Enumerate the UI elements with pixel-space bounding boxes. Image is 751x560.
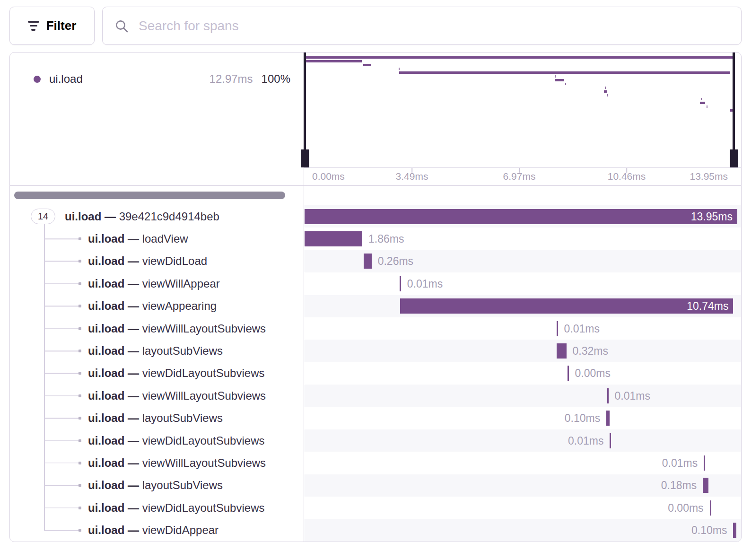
- span-tree-cell[interactable]: ui.load — layoutSubViews: [10, 474, 304, 497]
- span-bar-cell[interactable]: 1.86ms: [304, 228, 741, 250]
- span-label: ui.load — viewWillLayoutSubviews: [88, 322, 266, 335]
- span-bar-cell[interactable]: 0.18ms: [304, 474, 741, 497]
- trace-minimap[interactable]: [304, 52, 741, 168]
- span-bar-track: 1.86ms: [305, 228, 737, 250]
- span-label: ui.load — viewDidLayoutSubviews: [88, 434, 264, 447]
- minimap-right-handle[interactable]: [733, 52, 735, 167]
- span-bar[interactable]: 10.74ms: [400, 298, 733, 314]
- minimap-left-grip[interactable]: [301, 149, 309, 167]
- span-duration-label: 13.95ms: [691, 209, 733, 224]
- scrollbar-row: [10, 185, 741, 205]
- search-input[interactable]: [139, 18, 730, 34]
- span-tree-cell[interactable]: ui.load — viewDidAppear: [10, 519, 304, 541]
- span-op: ui.load —: [88, 254, 139, 267]
- span-bar-cell[interactable]: 0.32ms: [304, 340, 741, 362]
- span-bar-cell[interactable]: 0.01ms: [304, 317, 741, 340]
- span-bar[interactable]: [710, 500, 711, 516]
- tree-hline: [44, 440, 79, 441]
- span-bar-cell[interactable]: 10.74ms: [304, 295, 741, 317]
- span-tree-cell[interactable]: ui.load — viewWillLayoutSubviews: [10, 385, 304, 407]
- span-bar-cell[interactable]: 13.95ms: [304, 205, 741, 228]
- span-bar[interactable]: [606, 411, 610, 426]
- span-tree-cell[interactable]: ui.load — viewDidLayoutSubviews: [10, 362, 304, 385]
- span-tree-cell[interactable]: ui.load — viewWillLayoutSubviews: [10, 317, 304, 340]
- span-tree-cell[interactable]: ui.load — viewWillLayoutSubviews: [10, 452, 304, 474]
- span-op: ui.load —: [88, 367, 139, 379]
- minimap-span-bar: [363, 64, 371, 66]
- span-tree-cell[interactable]: ui.load — layoutSubViews: [10, 407, 304, 429]
- span-bar[interactable]: [568, 366, 569, 381]
- span-bar[interactable]: [400, 276, 401, 291]
- minimap-track: [305, 52, 734, 167]
- span-op: ui.load —: [88, 277, 139, 290]
- span-tree-cell[interactable]: ui.load — viewAppearing: [10, 295, 304, 317]
- tree-hline: [44, 418, 79, 419]
- span-tree-cell[interactable]: ui.load — layoutSubViews: [10, 340, 304, 362]
- scrollbar-thumb[interactable]: [14, 192, 285, 199]
- filter-button-label: Filter: [46, 18, 77, 33]
- span-bar-track: 0.01ms: [305, 385, 737, 407]
- toolbar: Filter: [9, 7, 742, 45]
- span-bar-track: 13.95ms: [305, 205, 737, 228]
- span-bar[interactable]: [557, 321, 558, 336]
- span-tree-cell[interactable]: ui.load — viewDidLayoutSubviews: [10, 429, 304, 452]
- span-bar[interactable]: [305, 231, 362, 246]
- span-search-box[interactable]: [102, 7, 742, 45]
- minimap-left-handle[interactable]: [304, 52, 306, 167]
- span-bar[interactable]: [364, 254, 372, 269]
- span-bar[interactable]: [733, 523, 736, 538]
- span-bar-track: 0.10ms: [305, 407, 737, 429]
- span-bar-cell[interactable]: 0.01ms: [304, 385, 741, 407]
- span-bar-track: 0.26ms: [305, 250, 737, 272]
- span-bar[interactable]: [557, 343, 567, 359]
- span-bar[interactable]: 13.95ms: [305, 209, 737, 224]
- span-bar[interactable]: [703, 478, 708, 493]
- span-bar[interactable]: [704, 455, 705, 471]
- span-bar-cell[interactable]: 0.01ms: [304, 429, 741, 452]
- span-row: 14 ui.load — 39e421c9d4914beb 13.95ms: [10, 205, 741, 228]
- axis-tick-label: 3.49ms: [396, 171, 428, 182]
- span-bar-cell[interactable]: 0.01ms: [304, 452, 741, 474]
- minimap-right-grip[interactable]: [730, 149, 738, 167]
- axis-tick-mark: [411, 168, 412, 173]
- span-op: ui.load —: [88, 456, 139, 469]
- span-duration-label: 0.00ms: [668, 501, 703, 514]
- minimap-span-bar: [565, 83, 566, 85]
- span-bar[interactable]: [610, 433, 611, 448]
- child-count-badge[interactable]: 14: [31, 209, 55, 224]
- span-tree-cell[interactable]: ui.load — viewDidLayoutSubviews: [10, 497, 304, 519]
- span-row: ui.load — viewDidLoad 0.26ms: [10, 250, 741, 272]
- tree-hline: [44, 261, 79, 262]
- span-description: viewAppearing: [139, 299, 217, 312]
- span-bar[interactable]: [607, 388, 609, 403]
- span-bar-cell[interactable]: 0.00ms: [304, 497, 741, 519]
- tree-node-dot: [79, 439, 81, 442]
- span-tree-cell[interactable]: ui.load — viewDidLoad: [10, 250, 304, 272]
- span-bar-track: 0.18ms: [305, 474, 737, 497]
- span-row: ui.load — viewDidLayoutSubviews 0.01ms: [10, 429, 741, 452]
- panel-top: ui.load 12.97ms 100% 0.00ms3.49ms6.97ms1…: [10, 52, 741, 185]
- span-tree-cell[interactable]: 14 ui.load — 39e421c9d4914beb: [10, 205, 304, 228]
- span-op: ui.load —: [65, 210, 116, 223]
- tree-scrollbar[interactable]: [10, 186, 304, 205]
- span-bar-track: 0.01ms: [305, 317, 737, 340]
- time-axis: 0.00ms3.49ms6.97ms10.46ms13.95ms: [304, 168, 741, 186]
- span-rows: 14 ui.load — 39e421c9d4914beb 13.95ms ui…: [10, 205, 741, 542]
- axis-tick-mark: [626, 168, 627, 173]
- filter-button[interactable]: Filter: [9, 7, 95, 45]
- span-bar-cell[interactable]: 0.10ms: [304, 407, 741, 429]
- span-label: ui.load — viewWillLayoutSubviews: [88, 456, 266, 470]
- span-row: ui.load — viewDidLayoutSubviews 0.00ms: [10, 497, 741, 519]
- span-label: ui.load — layoutSubViews: [88, 411, 223, 425]
- span-bar-cell[interactable]: 0.10ms: [304, 519, 741, 541]
- span-bar-cell[interactable]: 0.00ms: [304, 362, 741, 385]
- span-tree-cell[interactable]: ui.load — viewWillAppear: [10, 272, 304, 295]
- span-tree-cell[interactable]: ui.load — loadView: [10, 228, 304, 250]
- span-bar-cell[interactable]: 0.01ms: [304, 272, 741, 295]
- span-label: ui.load — viewDidLayoutSubviews: [88, 367, 264, 380]
- span-bar-track: 0.01ms: [305, 272, 737, 295]
- minimap-span-bar: [555, 75, 556, 78]
- op-legend-row[interactable]: ui.load 12.97ms 100%: [10, 72, 304, 86]
- span-bar-cell[interactable]: 0.26ms: [304, 250, 741, 272]
- tree-node-dot: [79, 260, 81, 262]
